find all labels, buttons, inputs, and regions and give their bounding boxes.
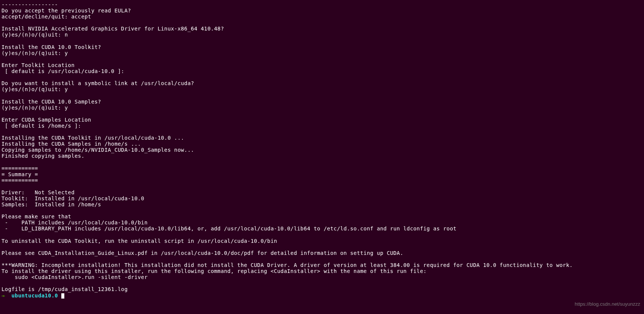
terminal-line: =========== [2, 177, 642, 183]
prompt-line[interactable]: → ubuntucuda10.0 [2, 293, 642, 299]
terminal-line: Enter CUDA Samples Location [2, 117, 642, 123]
terminal-line [2, 207, 642, 213]
terminal-line [2, 111, 642, 117]
terminal-line [2, 38, 642, 44]
terminal-line: [ default is /home/s ]: [2, 123, 642, 129]
terminal-line: (y)es/(n)o/(q)uit: y [2, 105, 642, 111]
terminal-line: Do you accept the previously read EULA? [2, 8, 642, 14]
terminal-line [2, 256, 642, 262]
prompt-path: ubuntucuda10.0 [8, 293, 58, 299]
terminal-line: Install the CUDA 10.0 Samples? [2, 99, 642, 105]
terminal-line: Enter Toolkit Location [2, 62, 642, 68]
terminal-line: - PATH includes /usr/local/cuda-10.0/bin [2, 219, 642, 226]
terminal-line: - LD_LIBRARY_PATH includes /usr/local/cu… [2, 226, 642, 232]
terminal-line: Samples: Installed in /home/s [2, 201, 642, 207]
terminal-line [2, 56, 642, 62]
terminal-line: accept/decline/quit: accept [2, 14, 642, 20]
terminal-line: Please make sure that [2, 213, 642, 219]
terminal-line [2, 280, 642, 286]
terminal-line: Installing the CUDA Samples in /home/s .… [2, 141, 642, 147]
terminal-lines: -----------------Do you accept the previ… [2, 2, 642, 293]
terminal-line: Copying samples to /home/s/NVIDIA_CUDA-1… [2, 147, 642, 153]
terminal-line: ***WARNING: Incomplete installation! Thi… [2, 262, 642, 268]
terminal-line: sudo <CudaInstaller>.run -silent -driver [2, 274, 642, 280]
terminal-line [2, 232, 642, 238]
terminal-line [2, 244, 642, 250]
terminal-line [2, 183, 642, 189]
terminal-line: Install the CUDA 10.0 Toolkit? [2, 44, 642, 50]
terminal-line: Finished copying samples. [2, 153, 642, 159]
terminal-line: Install NVIDIA Accelerated Graphics Driv… [2, 26, 642, 32]
terminal-line: =========== [2, 165, 642, 171]
terminal-line: Logfile is /tmp/cuda_install_12361.log [2, 286, 642, 292]
terminal-line: ----------------- [2, 2, 642, 8]
terminal-line: [ default is /usr/local/cuda-10.0 ]: [2, 68, 642, 74]
terminal-line: (y)es/(n)o/(q)uit: y [2, 86, 642, 92]
terminal-line: (y)es/(n)o/(q)uit: y [2, 50, 642, 56]
cursor-icon [61, 293, 64, 299]
watermark-text: https://blog.csdn.net/suyunzzz [575, 302, 640, 307]
terminal-line: To uninstall the CUDA Toolkit, run the u… [2, 238, 642, 244]
terminal-line: Toolkit: Installed in /usr/local/cuda-10… [2, 195, 642, 201]
terminal-line: (y)es/(n)o/(q)uit: n [2, 32, 642, 38]
terminal-line: = Summary = [2, 171, 642, 177]
terminal-line: Please see CUDA_Installation_Guide_Linux… [2, 250, 642, 256]
terminal-line [2, 129, 642, 135]
terminal-line: Do you want to install a symbolic link a… [2, 80, 642, 86]
terminal-line [2, 20, 642, 26]
terminal-line: Driver: Not Selected [2, 189, 642, 195]
terminal-line [2, 92, 642, 98]
terminal-line [2, 74, 642, 80]
prompt-arrow-icon: → [2, 293, 8, 299]
terminal-line: Installing the CUDA Toolkit in /usr/loca… [2, 135, 642, 141]
terminal-line: To install the driver using this install… [2, 268, 642, 274]
terminal-output[interactable]: -----------------Do you accept the previ… [2, 2, 642, 299]
terminal-line [2, 159, 642, 165]
